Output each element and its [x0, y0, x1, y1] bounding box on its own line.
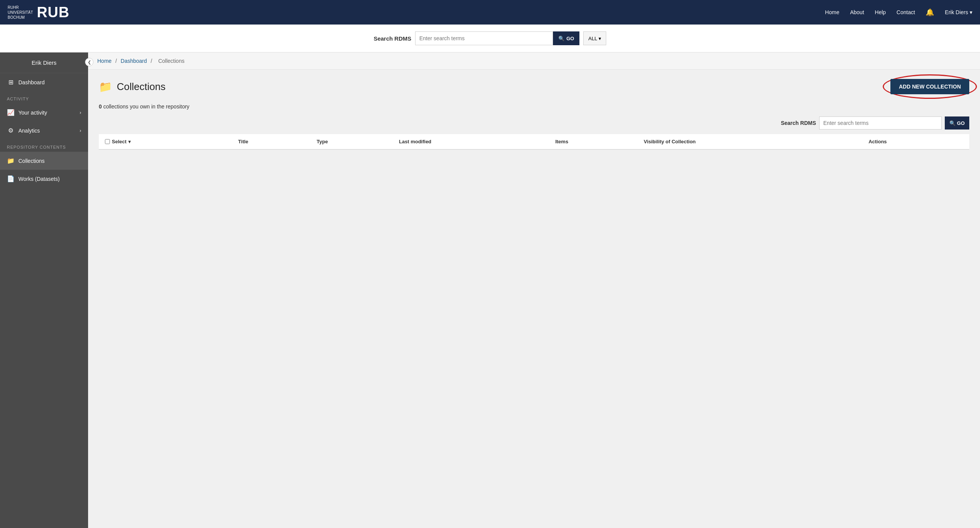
nav-help[interactable]: Help — [875, 9, 886, 15]
col-visibility: Visibility of Collection — [638, 134, 862, 149]
breadcrumb-home[interactable]: Home — [97, 58, 111, 64]
table-search-input[interactable] — [819, 116, 942, 130]
table-search-label: Search RDMS — [781, 120, 816, 126]
col-select: Select ▾ — [99, 134, 232, 149]
select-all-checkbox[interactable] — [105, 139, 110, 144]
chevron-right-icon: › — [80, 110, 81, 115]
notification-bell-icon[interactable]: 🔔 — [926, 8, 934, 16]
sidebar-item-label: Works (Datasets) — [18, 176, 60, 182]
col-items: Items — [549, 134, 638, 149]
breadcrumb: Home / Dashboard / Collections — [88, 52, 980, 70]
analytics-icon: ⚙ — [7, 127, 15, 134]
university-text: RUHR UNIVERSITÄT BOCHUM — [8, 5, 33, 20]
global-search-label: Search RDMS — [374, 35, 411, 42]
table-search-row: Search RDMS 🔍 GO — [99, 116, 969, 130]
logo-area: RUHR UNIVERSITÄT BOCHUM RUB — [8, 4, 69, 21]
sidebar-section-repo: REPOSITORY CONTENTS — [0, 139, 88, 152]
your-activity-icon: 📈 — [7, 109, 15, 116]
chevron-right-icon: › — [80, 128, 81, 133]
top-navbar: RUHR UNIVERSITÄT BOCHUM RUB Home About H… — [0, 0, 980, 25]
collections-count-text: collections you own in the repository — [103, 103, 190, 110]
rub-logo: RUB — [37, 4, 69, 21]
sidebar-item-label: Dashboard — [18, 79, 45, 85]
content-area: Home / Dashboard / Collections 📁 Collect… — [88, 52, 980, 528]
col-type: Type — [311, 134, 393, 149]
sidebar-item-your-activity[interactable]: 📈 Your activity › — [0, 103, 88, 121]
breadcrumb-separator: / — [115, 58, 118, 64]
table-header: Select ▾ Title Type Last modified Items … — [99, 134, 969, 149]
select-dropdown-icon[interactable]: ▾ — [128, 139, 131, 144]
global-search-bar: Search RDMS 🔍 GO ALL ▾ — [0, 25, 980, 52]
table-search-go-button[interactable]: 🔍 GO — [945, 116, 969, 130]
nav-about[interactable]: About — [850, 9, 864, 15]
nav-links: Home About Help Contact 🔔 Erik Diers ▾ — [825, 8, 972, 16]
dashboard-icon: ⊞ — [7, 79, 15, 86]
sidebar-user: Erik Diers — [0, 52, 88, 73]
global-search-input[interactable] — [415, 31, 553, 45]
search-icon: 🔍 — [558, 36, 564, 41]
user-name: Erik Diers — [945, 9, 968, 15]
sidebar: Erik Diers ❮ ⊞ Dashboard ACTIVITY 📈 Your… — [0, 52, 88, 528]
nav-home[interactable]: Home — [825, 9, 839, 15]
user-menu[interactable]: Erik Diers ▾ — [945, 9, 972, 15]
page-title-row: 📁 Collections ADD NEW COLLECTION — [99, 79, 969, 94]
col-actions: Actions — [862, 134, 969, 149]
sidebar-item-analytics[interactable]: ⚙ Analytics › — [0, 121, 88, 139]
breadcrumb-current: Collections — [158, 58, 184, 64]
col-last-modified: Last modified — [393, 134, 549, 149]
main-layout: Erik Diers ❮ ⊞ Dashboard ACTIVITY 📈 Your… — [0, 52, 980, 528]
sidebar-item-label: Your activity — [18, 110, 47, 116]
table-search-icon: 🔍 — [949, 120, 955, 126]
collections-icon: 📁 — [7, 157, 15, 164]
collections-table: Select ▾ Title Type Last modified Items … — [99, 134, 969, 150]
nav-contact[interactable]: Contact — [897, 9, 915, 15]
sidebar-item-dashboard[interactable]: ⊞ Dashboard — [0, 73, 88, 91]
works-icon: 📄 — [7, 175, 15, 182]
global-search-go-button[interactable]: 🔍 GO — [553, 31, 579, 45]
sidebar-item-works[interactable]: 📄 Works (Datasets) — [0, 170, 88, 188]
global-search-all-button[interactable]: ALL ▾ — [583, 31, 606, 45]
user-caret-icon: ▾ — [970, 9, 972, 15]
breadcrumb-dashboard[interactable]: Dashboard — [121, 58, 147, 64]
add-new-collection-button[interactable]: ADD NEW COLLECTION — [890, 79, 969, 94]
page-content: 📁 Collections ADD NEW COLLECTION 0 colle… — [88, 70, 980, 159]
sidebar-item-collections[interactable]: 📁 Collections — [0, 152, 88, 170]
collections-count-number: 0 — [99, 103, 102, 110]
sidebar-item-label: Analytics — [18, 128, 40, 134]
col-title: Title — [232, 134, 311, 149]
collections-count: 0 collections you own in the repository — [99, 103, 969, 110]
add-new-button-wrap: ADD NEW COLLECTION — [890, 79, 969, 94]
sidebar-item-label: Collections — [18, 158, 44, 164]
page-title-text: Collections — [117, 81, 165, 93]
global-search-input-wrap: 🔍 GO — [415, 31, 579, 45]
page-title: 📁 Collections — [99, 80, 165, 93]
all-caret-icon: ▾ — [599, 36, 601, 41]
sidebar-section-activity: ACTIVITY — [0, 91, 88, 103]
page-title-icon: 📁 — [99, 80, 112, 93]
sidebar-collapse-button[interactable]: ❮ — [85, 58, 93, 66]
breadcrumb-separator: / — [151, 58, 154, 64]
university-name: RUHR UNIVERSITÄT BOCHUM — [8, 5, 33, 20]
